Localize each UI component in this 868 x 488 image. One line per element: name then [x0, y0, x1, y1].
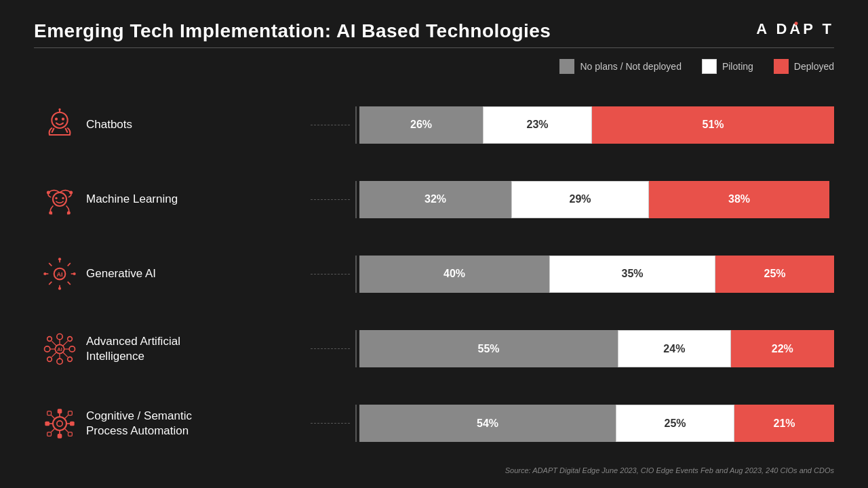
svg-point-12: [49, 211, 52, 215]
row-label-machine-learning: Machine Learning: [41, 181, 305, 218]
svg-point-40: [47, 357, 52, 361]
svg-line-60: [51, 415, 54, 418]
bar-generative-ai-grey: 40%: [359, 256, 549, 293]
row-label-text-chatbots: Chatbots: [86, 117, 305, 132]
bars-generative-ai: 40%35%25%: [359, 256, 834, 293]
bar-label-cognitive-grey: 54%: [477, 418, 498, 430]
logo-text: A D: [756, 20, 789, 38]
genai-icon: AI: [41, 256, 78, 293]
bar-machine-learning-red: 38%: [649, 181, 829, 218]
bar-cognitive-white: 25%: [616, 405, 734, 442]
row-label-generative-ai: AI Generative AI: [41, 256, 305, 293]
svg-point-8: [55, 197, 57, 199]
main-container: Emerging Tech Implementation: AI Based T…: [0, 0, 868, 488]
bar-label-advanced-ai-grey: 55%: [478, 343, 500, 355]
svg-point-4: [58, 108, 60, 110]
chart-row-generative-ai: AI Generative AI40%35%25%: [41, 256, 834, 293]
legend-item-piloting: Piloting: [702, 59, 753, 74]
svg-point-25: [58, 287, 60, 290]
svg-point-39: [67, 336, 72, 341]
bar-label-generative-ai-grey: 40%: [443, 268, 465, 280]
source-text: Source: ADAPT Digital Edge June 2023, CI…: [505, 466, 834, 474]
svg-line-23: [49, 282, 52, 285]
bar-cognitive-grey: 54%: [359, 405, 616, 442]
bar-chatbots-red: 51%: [592, 106, 834, 144]
bar-label-chatbots-white: 23%: [526, 119, 548, 131]
bars-cognitive: 54%25%21%: [359, 405, 834, 442]
svg-point-1: [54, 118, 57, 121]
bar-label-generative-ai-white: 35%: [621, 268, 643, 280]
legend-box-white: [702, 59, 717, 74]
svg-point-47: [56, 421, 62, 426]
row-label-text-advanced-ai: Advanced Artificial Intelligence: [86, 334, 305, 364]
svg-point-31: [56, 359, 62, 364]
bars-chatbots: 26%23%51%: [359, 106, 834, 144]
bar-label-machine-learning-grey: 32%: [425, 193, 446, 205]
svg-point-26: [43, 272, 46, 275]
bar-label-machine-learning-red: 38%: [728, 193, 750, 205]
bar-label-advanced-ai-white: 24%: [663, 343, 685, 355]
ml-icon: [41, 181, 78, 218]
svg-point-2: [61, 118, 64, 121]
svg-rect-58: [47, 432, 51, 436]
bar-label-generative-ai-red: 25%: [764, 268, 785, 280]
svg-point-9: [62, 197, 64, 199]
bars-machine-learning: 32%29%38%: [359, 181, 834, 218]
svg-rect-56: [47, 411, 51, 415]
cognitive-icon: [41, 405, 78, 442]
connector-line-chatbots: [311, 125, 350, 125]
legend: No plans / Not deployed Piloting Deploye…: [34, 59, 834, 74]
bar-chatbots-white: 23%: [483, 106, 592, 144]
row-label-text-machine-learning: Machine Learning: [86, 192, 305, 207]
bar-machine-learning-white: 29%: [511, 181, 649, 218]
source-footer: Source: ADAPT Digital Edge June 2023, CI…: [34, 466, 834, 474]
chart-row-advanced-ai: AI Advanced Artificial Intelligence55%24…: [41, 330, 834, 367]
svg-point-11: [69, 191, 73, 195]
svg-point-30: [56, 333, 62, 339]
svg-point-27: [73, 272, 75, 275]
svg-point-0: [52, 113, 67, 128]
svg-point-33: [69, 346, 75, 351]
row-label-cognitive: Cognitive / Semantic Process Automation: [41, 405, 305, 442]
svg-rect-48: [57, 409, 62, 413]
svg-line-20: [49, 264, 52, 266]
bar-label-cognitive-white: 25%: [664, 418, 686, 430]
bar-label-chatbots-grey: 26%: [410, 119, 432, 131]
connector-line-cognitive: [311, 423, 350, 424]
bar-cognitive-red: 21%: [734, 405, 834, 442]
svg-point-32: [44, 346, 50, 351]
bar-machine-learning-grey: 32%: [359, 181, 511, 218]
bar-label-machine-learning-white: 29%: [569, 193, 591, 205]
row-label-advanced-ai: AI Advanced Artificial Intelligence: [41, 330, 305, 367]
chart-row-cognitive: Cognitive / Semantic Process Automation5…: [41, 405, 834, 442]
svg-line-45: [63, 352, 68, 357]
svg-rect-51: [70, 422, 75, 426]
svg-line-21: [67, 282, 70, 285]
legend-item-deployed: Deployed: [774, 59, 834, 74]
logo-accent: A: [789, 20, 803, 38]
legend-label-piloting: Piloting: [722, 61, 753, 72]
chart-row-chatbots: Chatbots26%23%51%: [41, 106, 834, 144]
connector-line-advanced-ai: [311, 348, 350, 349]
vert-divider-machine-learning: [355, 181, 357, 218]
page-title: Emerging Tech Implementation: AI Based T…: [34, 20, 551, 42]
svg-point-7: [53, 192, 66, 206]
bar-label-advanced-ai-red: 22%: [772, 343, 793, 355]
svg-rect-50: [45, 422, 50, 426]
legend-box-grey: [559, 59, 574, 74]
svg-line-22: [67, 264, 70, 266]
bar-generative-ai-red: 25%: [715, 256, 834, 293]
header: Emerging Tech Implementation: AI Based T…: [34, 20, 834, 42]
advai-icon: AI: [41, 330, 78, 367]
svg-line-62: [51, 428, 54, 432]
svg-text:AI: AI: [57, 346, 62, 352]
bar-label-cognitive-red: 21%: [773, 418, 795, 430]
legend-box-red: [774, 59, 789, 74]
bar-label-chatbots-red: 51%: [702, 119, 724, 131]
svg-line-5: [52, 128, 54, 133]
chart-row-machine-learning: Machine Learning32%29%38%: [41, 181, 834, 218]
bar-advanced-ai-red: 22%: [731, 330, 834, 367]
connector-line-machine-learning: [311, 199, 350, 200]
svg-point-10: [46, 191, 50, 195]
bar-chatbots-grey: 26%: [359, 106, 483, 144]
